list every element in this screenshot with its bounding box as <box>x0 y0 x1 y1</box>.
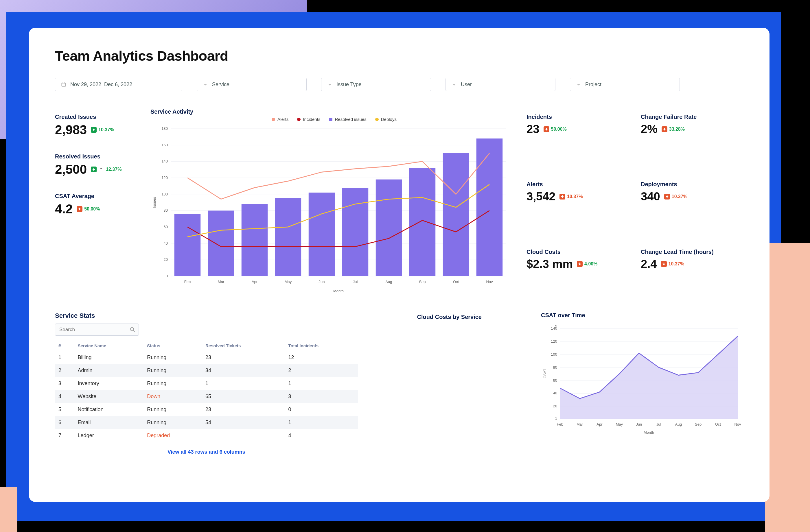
filter-user-text: User <box>461 82 472 88</box>
table-cell: Website <box>74 390 144 403</box>
table-cell: Ledger <box>74 429 144 442</box>
table-cell: 1 <box>285 377 358 390</box>
filter-service[interactable]: Service <box>197 78 307 91</box>
csat-chart-title: CSAT over Time <box>541 312 743 319</box>
svg-rect-0 <box>62 83 66 86</box>
arrow-up-icon <box>91 127 97 133</box>
svg-rect-25 <box>309 193 335 276</box>
svg-text:Mar: Mar <box>218 280 225 284</box>
kpi-delta-text: 33.28% <box>669 127 685 132</box>
svg-rect-21 <box>175 214 200 276</box>
col-status[interactable]: Status <box>144 340 202 351</box>
filter-bar: Nov 29, 2022–Dec 6, 2022 Service Issue T… <box>55 78 743 91</box>
kpi-label: Change Lead Time (hours) <box>641 249 743 255</box>
table-row[interactable]: 2AdminRunning342 <box>55 364 358 377</box>
bg-accent-peach-bottom-left <box>0 487 17 532</box>
svg-rect-29 <box>443 153 469 276</box>
kpi-delta-text: 50.00% <box>551 127 567 132</box>
kpi-label: Cloud Costs <box>526 249 629 255</box>
filter-issue-type-text: Issue Type <box>337 82 361 88</box>
kpi-label: CSAT Average <box>55 193 142 199</box>
kpi-label: Incidents <box>526 114 629 120</box>
top-area: Created Issues 2,983 10.37% Resolved Iss… <box>55 109 743 298</box>
filter-project-text: Project <box>585 82 601 88</box>
kpi-label: Resolved Issues <box>55 153 142 160</box>
chevron-up-icon: ⌃ <box>99 167 103 172</box>
filter-issue-type[interactable]: Issue Type <box>321 78 431 91</box>
svg-text:180: 180 <box>161 126 168 131</box>
svg-text:1: 1 <box>555 416 557 421</box>
svg-text:160: 160 <box>161 143 168 147</box>
table-cell <box>202 429 285 442</box>
svg-text:40: 40 <box>553 391 557 395</box>
filter-date-range[interactable]: Nov 29, 2022–Dec 6, 2022 <box>55 78 182 91</box>
table-row[interactable]: 7LedgerDegraded4 <box>55 429 358 442</box>
kpi-delta-text: 50.00% <box>84 206 100 212</box>
svg-text:May: May <box>616 422 623 427</box>
kpi-delta: ⌃ 12.37% <box>91 167 122 172</box>
kpi-change-lead-time: Change Lead Time (hours) 2.4 10.37% <box>641 249 743 298</box>
col-total[interactable]: Total Incidents <box>285 340 358 351</box>
csat-chart-block: CSAT over Time 5120406080100120140FebMar… <box>541 312 743 455</box>
filter-service-text: Service <box>212 82 229 88</box>
view-all-row: View all 43 rows and 6 columns <box>55 449 358 455</box>
stats-search-input[interactable] <box>55 323 139 336</box>
table-cell: 65 <box>202 390 285 403</box>
svg-text:CSAT: CSAT <box>543 369 547 379</box>
arrow-down-icon <box>544 126 549 132</box>
table-cell: 0 <box>285 403 358 416</box>
table-row[interactable]: 3InventoryRunning11 <box>55 377 358 390</box>
view-all-link[interactable]: View all 43 rows and 6 columns <box>167 449 245 455</box>
kpi-label: Deployments <box>641 181 743 188</box>
col-resolved[interactable]: Resolved Tickets <box>202 340 285 351</box>
table-cell: 1 <box>202 377 285 390</box>
table-cell: 12 <box>285 351 358 364</box>
bottom-area: Service Stats # Service Name Status Reso… <box>55 312 743 455</box>
svg-rect-27 <box>376 180 402 276</box>
table-row[interactable]: 4WebsiteDown653 <box>55 390 358 403</box>
svg-text:Sep: Sep <box>419 280 425 284</box>
kpi-resolved-issues: Resolved Issues 2,500 ⌃ 12.37% <box>55 153 142 177</box>
table-cell: 34 <box>202 364 285 377</box>
kpi-delta-text: 10.37% <box>668 261 684 267</box>
svg-text:Issues: Issues <box>152 197 157 208</box>
kpi-value: 2.4 <box>641 257 657 271</box>
svg-text:40: 40 <box>164 241 168 246</box>
kpi-grid-right: Incidents 23 50.00% Change Failure Rate … <box>526 109 743 298</box>
col-name[interactable]: Service Name <box>74 340 144 351</box>
table-row[interactable]: 5NotificationRunning230 <box>55 403 358 416</box>
filter-project[interactable]: Project <box>570 78 680 91</box>
chart-legend: Alerts Incidents Resolved issues Deploys <box>150 117 518 122</box>
table-cell: Running <box>144 364 202 377</box>
kpi-incidents: Incidents 23 50.00% <box>526 114 629 163</box>
stats-title: Service Stats <box>55 312 358 319</box>
kpi-cloud-costs: Cloud Costs $2.3 mm 4.00% <box>526 249 629 298</box>
svg-text:Oct: Oct <box>715 422 721 427</box>
svg-rect-26 <box>342 188 368 276</box>
svg-text:Apr: Apr <box>597 422 603 427</box>
table-cell: Running <box>144 351 202 364</box>
table-row[interactable]: 1BillingRunning2312 <box>55 351 358 364</box>
table-cell: 4 <box>55 390 74 403</box>
legend-alerts: Alerts <box>272 117 288 122</box>
table-cell: 1 <box>55 351 74 364</box>
table-cell: Running <box>144 377 202 390</box>
kpi-delta-text: 10.37% <box>98 127 114 132</box>
table-cell: 2 <box>285 364 358 377</box>
svg-text:Feb: Feb <box>557 422 563 427</box>
svg-text:Month: Month <box>333 289 344 293</box>
kpi-value: 4.2 <box>55 202 72 216</box>
filter-icon <box>327 82 333 87</box>
kpi-delta-text: 10.37% <box>567 194 583 199</box>
arrow-down-icon <box>662 126 667 132</box>
filter-user[interactable]: User <box>446 78 555 91</box>
table-row[interactable]: 6EmailRunning541 <box>55 416 358 429</box>
table-cell: Degraded <box>144 429 202 442</box>
table-cell: 5 <box>55 403 74 416</box>
table-cell: Inventory <box>74 377 144 390</box>
search-icon <box>130 327 135 333</box>
svg-text:Aug: Aug <box>385 280 392 284</box>
col-index[interactable]: # <box>55 340 74 351</box>
svg-text:60: 60 <box>553 378 557 383</box>
svg-text:Oct: Oct <box>453 280 459 284</box>
